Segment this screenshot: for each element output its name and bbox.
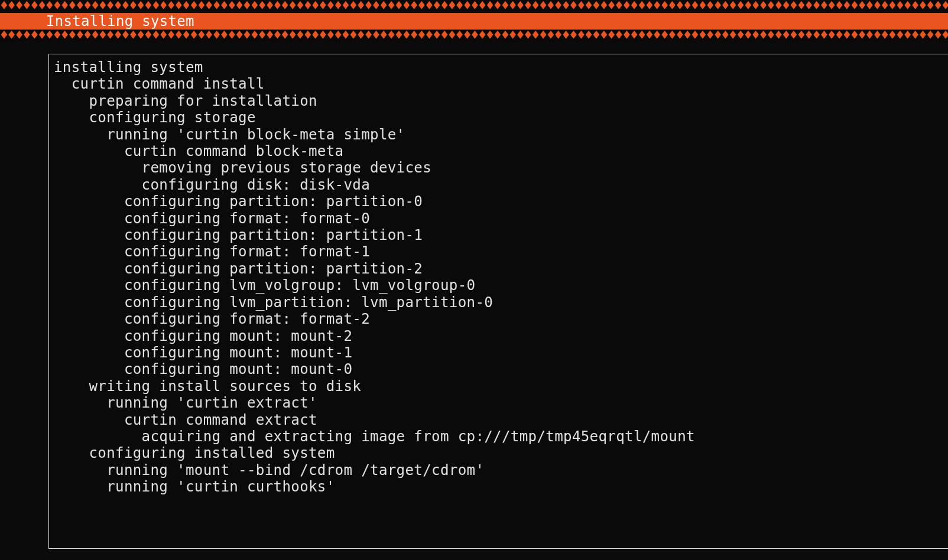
log-line: configuring partition: partition-1 bbox=[54, 227, 943, 243]
header-pattern-bottom: ♦♦♦♦♦♦♦♦♦♦♦♦♦♦♦♦♦♦♦♦♦♦♦♦♦♦♦♦♦♦♦♦♦♦♦♦♦♦♦♦… bbox=[0, 30, 948, 43]
install-log: installing system curtin command install… bbox=[48, 54, 948, 549]
log-line: curtin command install bbox=[54, 76, 943, 92]
log-line: configuring format: format-0 bbox=[54, 210, 943, 227]
header-pattern-top: ♦♦♦♦♦♦♦♦♦♦♦♦♦♦♦♦♦♦♦♦♦♦♦♦♦♦♦♦♦♦♦♦♦♦♦♦♦♦♦♦… bbox=[0, 0, 948, 13]
log-line: installing system bbox=[54, 59, 943, 76]
log-line: configuring mount: mount-0 bbox=[54, 361, 943, 377]
log-line: configuring partition: partition-2 bbox=[54, 261, 943, 277]
log-line: running 'mount --bind /cdrom /target/cdr… bbox=[54, 462, 943, 478]
log-line: removing previous storage devices bbox=[54, 159, 943, 176]
log-line: running 'curtin curthooks' bbox=[54, 478, 943, 495]
log-line: preparing for installation bbox=[54, 93, 943, 109]
log-line: acquiring and extracting image from cp:/… bbox=[54, 428, 943, 445]
page-title: Installing system bbox=[0, 13, 948, 30]
log-line: configuring format: format-2 bbox=[54, 311, 943, 327]
log-line: curtin command block-meta bbox=[54, 143, 943, 159]
log-line: curtin command extract bbox=[54, 412, 943, 428]
log-line: configuring mount: mount-1 bbox=[54, 344, 943, 361]
log-line: configuring storage bbox=[54, 109, 943, 126]
log-line: configuring installed system bbox=[54, 445, 943, 461]
log-line: writing install sources to disk bbox=[54, 378, 943, 395]
log-line: running 'curtin block-meta simple' bbox=[54, 126, 943, 143]
header: ♦♦♦♦♦♦♦♦♦♦♦♦♦♦♦♦♦♦♦♦♦♦♦♦♦♦♦♦♦♦♦♦♦♦♦♦♦♦♦♦… bbox=[0, 0, 948, 43]
log-line: configuring lvm_volgroup: lvm_volgroup-0 bbox=[54, 277, 943, 294]
log-line: running 'curtin extract' bbox=[54, 395, 943, 411]
log-line: configuring format: format-1 bbox=[54, 243, 943, 260]
log-line: configuring partition: partition-0 bbox=[54, 193, 943, 210]
log-line: configuring mount: mount-2 bbox=[54, 328, 943, 344]
log-line: configuring disk: disk-vda bbox=[54, 177, 943, 193]
log-line: configuring lvm_partition: lvm_partition… bbox=[54, 294, 943, 311]
